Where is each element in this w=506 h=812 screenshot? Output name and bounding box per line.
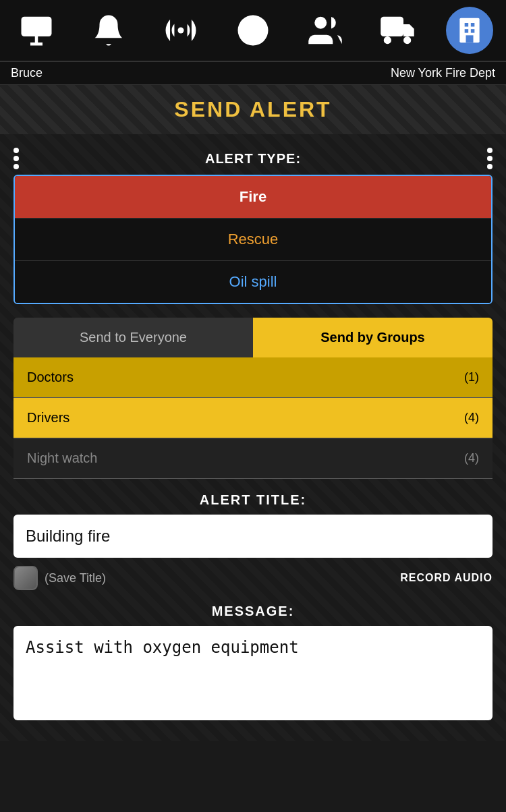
dot — [487, 148, 493, 153]
svg-rect-0 — [21, 17, 51, 36]
svg-marker-8 — [403, 24, 414, 36]
save-left: (Save Title) — [13, 566, 106, 590]
group-name-doctors: Doctors — [27, 370, 74, 385]
save-title-toggle[interactable] — [13, 566, 38, 590]
monitor-icon[interactable] — [13, 7, 60, 54]
group-list: Doctors (1) Drivers (4) Night watch (4) — [13, 357, 493, 479]
svg-rect-16 — [466, 35, 474, 42]
svg-point-6 — [314, 17, 327, 29]
dots-right — [487, 148, 493, 169]
group-name-nightwatch: Night watch — [27, 451, 98, 466]
tab-send-everyone[interactable]: Send to Everyone — [13, 318, 253, 357]
record-audio-button[interactable]: RECORD AUDIO — [400, 572, 493, 584]
dot — [487, 164, 493, 169]
group-name-drivers: Drivers — [27, 410, 69, 426]
save-title-row: (Save Title) RECORD AUDIO — [13, 566, 493, 590]
people-icon[interactable] — [302, 7, 349, 54]
dot — [13, 164, 19, 169]
alert-type-header: ALERT TYPE: — [13, 148, 493, 169]
dot — [13, 148, 19, 153]
message-label: MESSAGE: — [13, 604, 493, 619]
svg-rect-14 — [465, 29, 469, 33]
dot — [13, 156, 19, 161]
svg-rect-13 — [471, 23, 475, 27]
tab-send-groups[interactable]: Send by Groups — [253, 318, 493, 357]
building-icon[interactable] — [446, 7, 493, 54]
alert-type-oil-spill[interactable]: Oil spill — [15, 261, 491, 303]
svg-point-3 — [177, 28, 184, 34]
alert-title-label: ALERT TITLE: — [13, 492, 493, 508]
message-input[interactable] — [13, 626, 493, 720]
svg-point-9 — [384, 36, 391, 44]
svg-rect-12 — [465, 23, 469, 27]
dot — [487, 156, 493, 161]
group-item-drivers[interactable]: Drivers (4) — [13, 398, 493, 438]
main-content: ALERT TYPE: Fire Rescue Oil spill Send t… — [0, 134, 506, 741]
send-tabs: Send to Everyone Send by Groups — [13, 318, 493, 357]
group-count-doctors: (1) — [464, 370, 479, 384]
organization: New York Fire Dept — [391, 66, 495, 80]
alert-type-list: Fire Rescue Oil spill — [13, 175, 493, 304]
save-title-label: (Save Title) — [45, 571, 106, 585]
broadcast-icon[interactable] — [157, 7, 204, 54]
bell-icon[interactable] — [85, 7, 132, 54]
group-count-nightwatch: (4) — [464, 451, 479, 465]
alert-title-input[interactable] — [13, 515, 493, 558]
svg-rect-7 — [381, 17, 404, 36]
vehicle-icon[interactable] — [374, 7, 421, 54]
svg-rect-15 — [471, 29, 475, 33]
group-count-drivers: (4) — [464, 411, 479, 425]
nav-bar — [0, 0, 506, 62]
globe-icon[interactable] — [229, 7, 277, 54]
page-title: SEND ALERT — [0, 85, 506, 134]
alert-type-fire[interactable]: Fire — [15, 176, 491, 219]
dots-left — [13, 148, 19, 169]
group-item-doctors[interactable]: Doctors (1) — [13, 357, 493, 398]
group-item-nightwatch[interactable]: Night watch (4) — [13, 438, 493, 479]
user-bar: Bruce New York Fire Dept — [0, 62, 506, 85]
alert-type-label: ALERT TYPE: — [205, 151, 301, 167]
alert-type-rescue[interactable]: Rescue — [15, 219, 491, 261]
username: Bruce — [11, 66, 43, 80]
svg-point-10 — [403, 36, 411, 44]
